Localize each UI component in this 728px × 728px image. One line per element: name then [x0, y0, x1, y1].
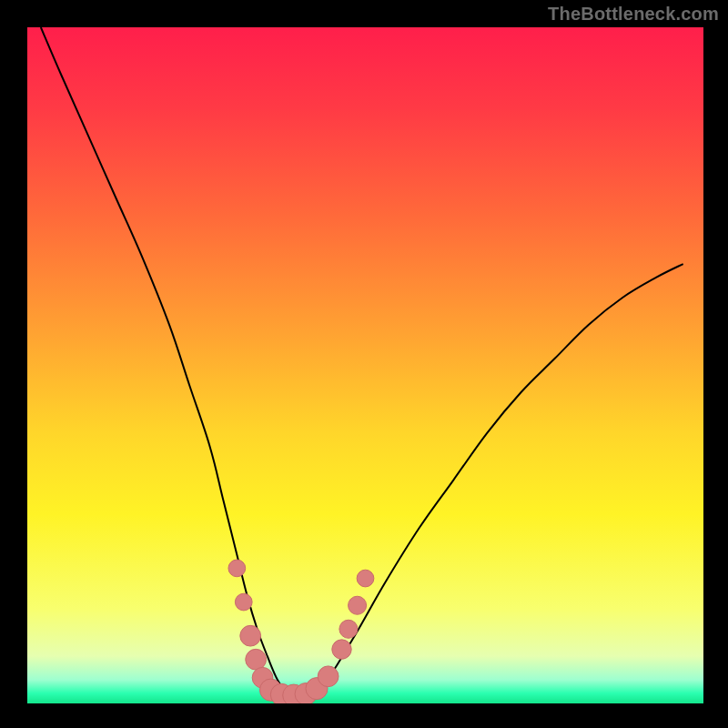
curve-marker [240, 625, 261, 646]
curve-marker [357, 570, 374, 587]
plot-area [27, 27, 703, 706]
curve-marker [246, 649, 267, 670]
bottleneck-chart [0, 0, 728, 728]
chart-stage: TheBottleneck.com [0, 0, 728, 728]
watermark-label: TheBottleneck.com [548, 4, 719, 25]
curve-marker [235, 593, 252, 611]
curve-marker [318, 666, 339, 687]
curve-marker [339, 620, 358, 638]
curve-marker [349, 596, 367, 614]
curve-marker [332, 640, 351, 659]
curve-marker [228, 560, 246, 577]
